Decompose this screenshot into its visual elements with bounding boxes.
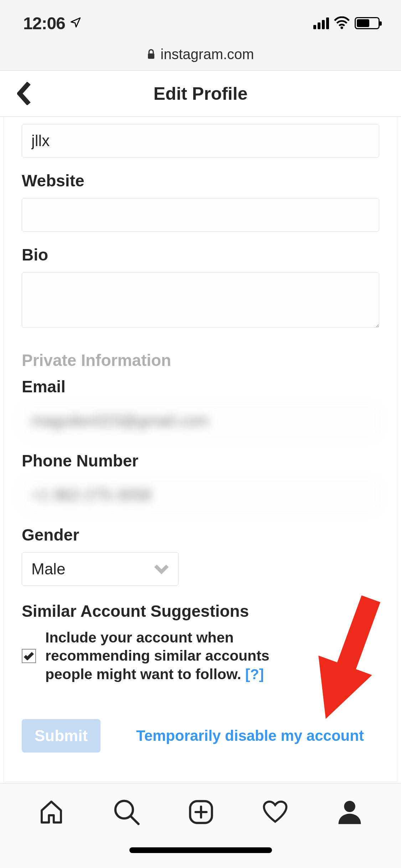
home-tab[interactable] <box>38 799 64 825</box>
similar-description: Include your account when recommending s… <box>45 629 302 683</box>
gender-label: Gender <box>22 525 379 544</box>
email-field[interactable] <box>22 404 379 438</box>
wifi-icon <box>334 16 350 30</box>
lock-icon <box>147 46 155 60</box>
home-indicator-area <box>0 840 401 868</box>
phone-label: Phone Number <box>22 451 379 470</box>
home-indicator[interactable] <box>129 847 272 853</box>
email-label: Email <box>22 377 379 396</box>
website-field[interactable] <box>22 198 379 232</box>
back-button[interactable] <box>17 82 31 105</box>
create-tab[interactable] <box>189 800 214 825</box>
tab-bar <box>0 783 401 840</box>
svg-point-9 <box>344 801 355 812</box>
svg-line-5 <box>130 816 138 824</box>
bio-label: Bio <box>22 245 379 264</box>
gender-select[interactable]: Male <box>22 552 179 586</box>
battery-icon <box>355 17 380 29</box>
annotation-arrow-icon <box>312 594 383 728</box>
search-tab[interactable] <box>113 799 140 826</box>
nav-header: Edit Profile <box>0 71 401 117</box>
bio-field[interactable] <box>22 272 379 328</box>
page-title: Edit Profile <box>0 83 401 104</box>
private-info-heading: Private Information <box>22 351 379 370</box>
website-label: Website <box>22 171 379 190</box>
svg-rect-1 <box>148 53 154 59</box>
username-field[interactable] <box>22 124 379 157</box>
disable-account-link[interactable]: Temporarily disable my account <box>136 727 364 744</box>
cellular-signal-icon <box>313 17 329 29</box>
status-time: 12:06 <box>23 14 65 33</box>
location-arrow-icon <box>70 16 82 30</box>
submit-button[interactable]: Submit <box>22 719 101 753</box>
phone-field[interactable] <box>22 478 379 512</box>
status-bar: 12:06 <box>0 0 401 46</box>
activity-tab[interactable] <box>262 799 288 825</box>
gender-value: Male <box>31 560 65 578</box>
svg-marker-3 <box>312 656 372 726</box>
browser-url-bar[interactable]: instagram.com <box>0 46 401 71</box>
url-domain: instagram.com <box>160 46 254 62</box>
profile-tab[interactable] <box>337 799 363 825</box>
svg-point-0 <box>340 26 343 29</box>
chevron-down-icon <box>154 564 169 576</box>
similar-checkbox[interactable] <box>22 649 36 663</box>
help-link[interactable]: [?] <box>245 666 264 682</box>
svg-rect-2 <box>335 595 380 676</box>
